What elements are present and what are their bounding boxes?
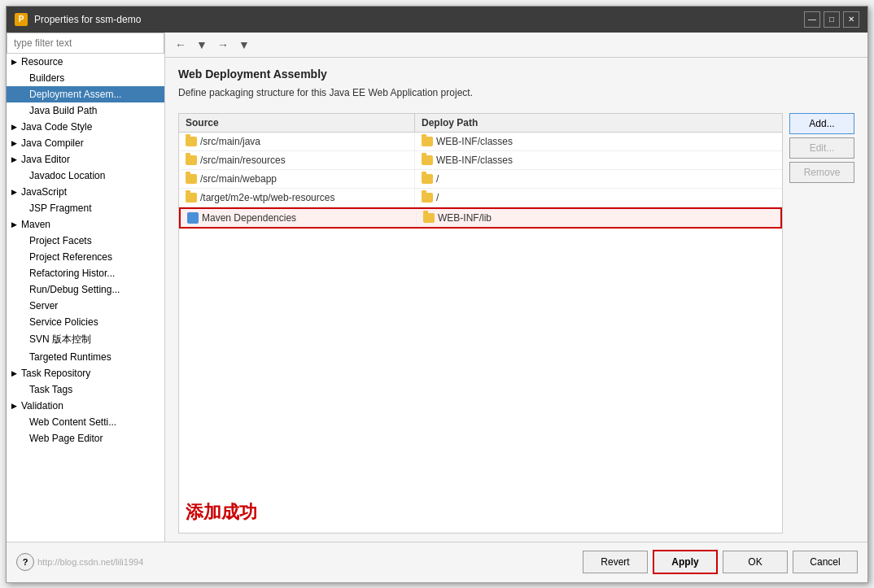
sidebar-item-java-build-path[interactable]: Java Build Path <box>7 102 164 119</box>
revert-button[interactable]: Revert <box>583 551 648 573</box>
remove-button[interactable]: Remove <box>789 162 854 183</box>
sidebar-item-web-content-settings[interactable]: Web Content Setti... <box>7 414 164 430</box>
deploy-path-cell: / <box>415 170 782 188</box>
sidebar-item-label-svn: SVN 版本控制 <box>29 333 91 346</box>
apply-button[interactable]: Apply <box>653 550 718 574</box>
deploy-path-text: / <box>436 173 439 185</box>
bottom-bar: ? http://blog.csdn.net/lili1994 Revert A… <box>7 542 867 582</box>
sidebar-item-builders[interactable]: Builders <box>7 70 164 86</box>
sidebar-item-task-repository[interactable]: ▶Task Repository <box>7 365 164 381</box>
sidebar-item-label-targeted-runtimes: Targeted Runtimes <box>29 351 111 363</box>
sidebar-item-javadoc-location[interactable]: Javadoc Location <box>7 168 164 184</box>
sidebar-item-label-run-debug-settings: Run/Debug Setting... <box>29 284 120 295</box>
deploy-path-text: WEB-INF/classes <box>436 155 513 166</box>
deploy-path-text: WEB-INF/lib <box>438 212 492 224</box>
expand-arrow-java-editor: ▶ <box>10 155 18 163</box>
sidebar-item-run-debug-settings[interactable]: Run/Debug Setting... <box>7 281 164 298</box>
table-row[interactable]: /src/main/javaWEB-INF/classes <box>179 133 782 151</box>
sidebar-item-jsp-fragment[interactable]: JSP Fragment <box>7 200 164 216</box>
forward-button[interactable]: → <box>214 36 232 54</box>
back-button[interactable]: ← <box>172 36 190 54</box>
forward-dropdown-button[interactable]: ▼ <box>235 36 253 54</box>
table-row[interactable]: /src/main/webapp/ <box>179 170 782 189</box>
sidebar-item-label-jsp-fragment: JSP Fragment <box>29 203 91 214</box>
cancel-button[interactable]: Cancel <box>793 551 858 573</box>
watermark: http://blog.csdn.net/lili1994 <box>37 557 150 567</box>
help-button[interactable]: ? <box>16 553 34 571</box>
close-button[interactable]: ✕ <box>843 11 859 28</box>
sidebar-item-label-refactoring-history: Refactoring Histor... <box>29 268 115 279</box>
sidebar-item-label-builders: Builders <box>29 72 64 84</box>
table-row[interactable]: Maven DependenciesWEB-INF/lib <box>179 207 782 229</box>
sidebar-item-resource[interactable]: ▶Resource <box>7 54 164 70</box>
left-panel: ▶ResourceBuildersDeployment Assem...Java… <box>7 33 165 542</box>
sidebar-item-java-compiler[interactable]: ▶Java Compiler <box>7 135 164 151</box>
expand-arrow-maven: ▶ <box>10 220 18 229</box>
source-text: /target/m2e-wtp/web-resources <box>200 192 334 203</box>
sidebar-item-label-java-build-path: Java Build Path <box>29 105 97 116</box>
table-row[interactable]: /target/m2e-wtp/web-resources/ <box>179 189 782 207</box>
sidebar-item-label-server: Server <box>29 300 58 311</box>
sidebar-item-javascript[interactable]: ▶JavaScript <box>7 184 164 200</box>
deploy-path-text: / <box>436 192 439 203</box>
sidebar-item-service-policies[interactable]: Service Policies <box>7 314 164 330</box>
title-bar-left: P Properties for ssm-demo <box>15 13 141 26</box>
source-cell: Maven Dependencies <box>181 209 417 227</box>
maximize-button[interactable]: □ <box>824 11 840 28</box>
source-text: /src/main/java <box>200 136 260 147</box>
sidebar-item-project-references[interactable]: Project References <box>7 249 164 265</box>
panel-desc: Define packaging structure for this Java… <box>178 87 854 98</box>
expand-arrow-javascript: ▶ <box>10 188 18 196</box>
folder-icon <box>186 174 197 184</box>
deploy-path-cell: / <box>415 189 782 207</box>
sidebar-item-project-facets[interactable]: Project Facets <box>7 233 164 249</box>
folder-icon <box>422 193 433 203</box>
folder-icon <box>422 155 433 165</box>
sidebar-item-refactoring-history[interactable]: Refactoring Histor... <box>7 265 164 281</box>
sidebar-item-maven[interactable]: ▶Maven <box>7 216 164 233</box>
expand-arrow-task-repository: ▶ <box>10 369 18 377</box>
sidebar-item-java-code-style[interactable]: ▶Java Code Style <box>7 119 164 135</box>
dropdown-button[interactable]: ▼ <box>193 36 211 54</box>
table-header: Source Deploy Path <box>179 114 782 133</box>
sidebar-item-label-java-editor: Java Editor <box>21 154 70 165</box>
table-body: /src/main/javaWEB-INF/classes/src/main/r… <box>179 133 782 492</box>
source-cell: /src/main/resources <box>179 151 415 169</box>
filter-input[interactable] <box>7 33 164 54</box>
source-text: Maven Dependencies <box>202 212 296 224</box>
sidebar-item-label-javadoc-location: Javadoc Location <box>29 170 105 181</box>
sidebar-item-label-project-references: Project References <box>29 251 112 263</box>
sidebar-item-label-task-tags: Task Tags <box>29 384 72 395</box>
deploy-path-column-header: Deploy Path <box>415 114 782 132</box>
deploy-path-cell: WEB-INF/classes <box>415 133 782 150</box>
source-cell: /target/m2e-wtp/web-resources <box>179 189 415 207</box>
sidebar-item-task-tags[interactable]: Task Tags <box>7 381 164 398</box>
folder-icon <box>422 137 433 146</box>
sidebar-item-deployment-assembly[interactable]: Deployment Assem... <box>7 86 164 102</box>
sidebar-item-svn[interactable]: SVN 版本控制 <box>7 330 164 349</box>
dialog-icon: P <box>15 13 28 26</box>
dialog-body: ▶ResourceBuildersDeployment Assem...Java… <box>7 33 867 582</box>
sidebar-item-java-editor[interactable]: ▶Java Editor <box>7 151 164 168</box>
sidebar-item-label-maven: Maven <box>21 219 50 230</box>
sidebar-item-validation[interactable]: ▶Validation <box>7 398 164 414</box>
panel-title: Web Deployment Assembly <box>178 68 854 81</box>
sidebar-item-web-page-editor[interactable]: Web Page Editor <box>7 430 164 446</box>
success-message: 添加成功 <box>179 492 782 533</box>
side-buttons: Add... Edit... Remove <box>789 113 854 534</box>
lib-icon <box>187 212 199 224</box>
edit-button[interactable]: Edit... <box>789 137 854 159</box>
deployment-table: Source Deploy Path /src/main/javaWEB-INF… <box>178 113 783 534</box>
bottom-left: ? http://blog.csdn.net/lili1994 <box>16 553 150 571</box>
minimize-button[interactable]: — <box>804 11 820 28</box>
sidebar-item-server[interactable]: Server <box>7 298 164 314</box>
add-button[interactable]: Add... <box>789 113 854 134</box>
sidebar-item-targeted-runtimes[interactable]: Targeted Runtimes <box>7 349 164 365</box>
table-row[interactable]: /src/main/resourcesWEB-INF/classes <box>179 151 782 170</box>
sidebar-item-label-javascript: JavaScript <box>21 186 67 198</box>
dialog-title: Properties for ssm-demo <box>34 14 141 25</box>
sidebar-item-label-java-code-style: Java Code Style <box>21 121 92 133</box>
right-panel: ← ▼ → ▼ Web Deployment Assembly Define p… <box>165 33 867 542</box>
tree-container: ▶ResourceBuildersDeployment Assem...Java… <box>7 54 164 542</box>
ok-button[interactable]: OK <box>723 551 788 573</box>
